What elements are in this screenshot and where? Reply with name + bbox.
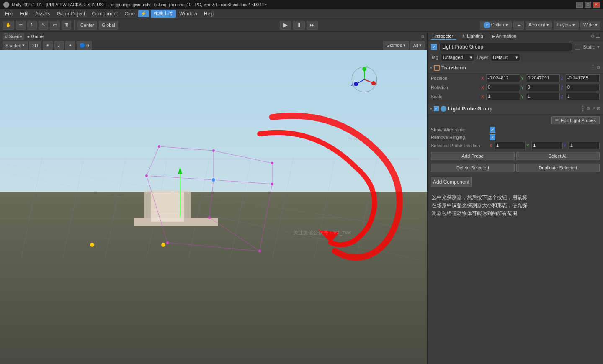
- show-wireframe-label: Show Wireframe: [431, 127, 490, 132]
- center-label: Center: [80, 23, 94, 28]
- rot-z-field: Z 0: [561, 84, 600, 91]
- account-button[interactable]: Account ▾: [526, 21, 552, 30]
- menu-help[interactable]: Help: [201, 10, 218, 18]
- close-button[interactable]: ✕: [593, 2, 600, 8]
- rot-z-input[interactable]: 0: [566, 84, 600, 91]
- collab-button[interactable]: C Collab ▾: [480, 21, 512, 30]
- probe-y-label: Y: [526, 144, 531, 148]
- tab-scene[interactable]: # Scene: [3, 33, 24, 40]
- transform-gear-icon[interactable]: ⋮: [590, 64, 596, 72]
- effects-button[interactable]: ✦: [65, 41, 75, 50]
- light-probe-group-header[interactable]: ▾ ✓ Light Probe Group ⋮ ⚙ ↗ ⊠: [428, 103, 603, 115]
- tag-dropdown[interactable]: Untagged ▾: [441, 54, 474, 61]
- pos-y-input[interactable]: 0.2047091: [526, 74, 560, 82]
- pause-button[interactable]: ⏸: [293, 21, 305, 30]
- menu-component[interactable]: Component: [88, 10, 121, 18]
- upload-button[interactable]: 拖拽上传: [151, 10, 176, 18]
- play-button[interactable]: ▶: [280, 21, 291, 30]
- menu-edit[interactable]: Edit: [16, 10, 32, 18]
- layer-count[interactable]: 🔵 0: [77, 41, 92, 50]
- probe-y-input[interactable]: 1: [531, 142, 562, 149]
- svg-point-41: [166, 241, 169, 244]
- tab-game[interactable]: ● Game: [24, 33, 46, 40]
- probe-z-label: Z: [564, 144, 568, 148]
- layer-dropdown[interactable]: Default ▾: [491, 54, 520, 61]
- rot-y-value: 0: [528, 85, 530, 90]
- transform-tool-button[interactable]: ⊞: [62, 21, 71, 30]
- inspector-panel-options[interactable]: ⚙ ☰: [591, 34, 600, 38]
- svg-point-40: [271, 183, 273, 185]
- tab-lighting[interactable]: ☀ Lighting: [458, 33, 487, 40]
- scale-y-input[interactable]: 1: [526, 93, 560, 100]
- all-dropdown[interactable]: All ▾: [410, 41, 425, 50]
- menu-window[interactable]: Window: [176, 10, 201, 18]
- rotation-row: Rotation X 0 Y 0: [428, 83, 603, 92]
- playback-controls: ▶ ⏸ ⏭: [120, 21, 478, 30]
- 2d-button[interactable]: 2D: [29, 41, 41, 50]
- select-all-button[interactable]: Select All: [516, 152, 600, 160]
- add-component-button[interactable]: Add Component: [431, 177, 472, 187]
- remove-ringing-checkbox[interactable]: ✓: [490, 134, 495, 140]
- svg-point-38: [145, 174, 148, 177]
- tab-animation[interactable]: ▶ Animation: [488, 33, 520, 40]
- probe-z-input[interactable]: 1: [569, 142, 600, 149]
- scale-tool-button[interactable]: ⤡: [39, 21, 48, 30]
- add-probe-button[interactable]: Add Probe: [431, 152, 515, 160]
- menu-cine[interactable]: Cine: [121, 10, 138, 18]
- minimize-button[interactable]: —: [576, 2, 583, 8]
- rect-tool-button[interactable]: ▭: [50, 21, 60, 30]
- rot-y-input[interactable]: 0: [526, 84, 560, 91]
- gizmos-dropdown[interactable]: Gizmos ▾: [383, 41, 408, 50]
- scale-z-input[interactable]: 1: [566, 93, 600, 100]
- light-button[interactable]: ☀: [43, 41, 53, 50]
- tag-label: Tag: [431, 55, 438, 60]
- shaded-dropdown[interactable]: Shaded ▾: [3, 41, 28, 50]
- menu-assets[interactable]: Assets: [32, 10, 54, 18]
- pos-x-input[interactable]: -0.024812: [486, 74, 520, 82]
- wide-button[interactable]: Wide ▾: [580, 21, 600, 30]
- probe-x-input[interactable]: 1: [495, 142, 526, 149]
- scene-viewport[interactable]: # Scene ● Game ⚙ Shaded ▾ 2D ☀ ♫ ✦ 🔵 0: [0, 32, 427, 364]
- layer-icon: 🔵: [80, 43, 85, 48]
- scale-y-value: 1: [528, 94, 530, 99]
- light-probe-group-title: Light Probe Group: [448, 106, 578, 112]
- pos-z-input[interactable]: -0.141768: [566, 74, 600, 82]
- maximize-button[interactable]: □: [585, 2, 591, 8]
- sound-button[interactable]: ♫: [54, 41, 64, 50]
- pos-x-field: X -0.024812: [481, 74, 520, 82]
- static-checkbox[interactable]: [575, 44, 580, 50]
- menu-gameobject[interactable]: GameObject: [54, 10, 88, 18]
- scene-3d-content[interactable]: Y X Z Persp 关注微信公众号：V2_zxw: [0, 50, 427, 364]
- transform-settings-icon[interactable]: ⚙: [596, 65, 600, 70]
- rotate-tool-button[interactable]: ↻: [27, 21, 37, 30]
- collab-logo-icon: ⚡: [141, 11, 147, 16]
- edit-light-probes-button[interactable]: ✏ Edit Light Probes: [551, 116, 600, 124]
- cloud-button[interactable]: ☁: [513, 21, 524, 30]
- layers-button[interactable]: Layers ▾: [554, 21, 579, 30]
- scale-x-value: 1: [488, 94, 490, 99]
- menu-file[interactable]: File: [2, 10, 16, 18]
- lpg-more-icon[interactable]: ⋮: [580, 105, 586, 113]
- panel-options[interactable]: ⚙: [421, 34, 425, 39]
- step-button[interactable]: ⏭: [307, 21, 318, 30]
- rot-x-input[interactable]: 0: [486, 84, 520, 91]
- scale-x-input[interactable]: 1: [486, 93, 520, 100]
- move-tool-button[interactable]: ✛: [16, 21, 26, 30]
- lpg-gear-icon[interactable]: ⚙ ↗ ⊠: [586, 106, 600, 111]
- object-name-field[interactable]: Light Probe Group: [439, 43, 572, 51]
- svg-text:Persp: Persp: [348, 136, 359, 141]
- delete-selected-button[interactable]: Delete Selected: [431, 164, 515, 172]
- lpg-enabled-checkbox[interactable]: ✓: [434, 106, 439, 111]
- hand-tool-button[interactable]: ✋: [3, 21, 14, 30]
- duplicate-selected-button[interactable]: Duplicate Selected: [516, 164, 600, 172]
- tab-inspector[interactable]: Inspector: [431, 33, 456, 40]
- center-button[interactable]: Center: [77, 21, 97, 30]
- transform-header[interactable]: ▾ Transform ⋮ ⚙: [428, 62, 603, 74]
- svg-point-44: [211, 178, 216, 182]
- object-enabled-checkbox[interactable]: ✓: [431, 44, 437, 50]
- static-dropdown-arrow[interactable]: ▾: [597, 44, 600, 50]
- svg-rect-17: [144, 190, 191, 218]
- lpg-collapse-arrow: ▾: [430, 106, 432, 111]
- global-button[interactable]: Global: [99, 21, 118, 30]
- show-wireframe-checkbox[interactable]: ✓: [490, 127, 495, 133]
